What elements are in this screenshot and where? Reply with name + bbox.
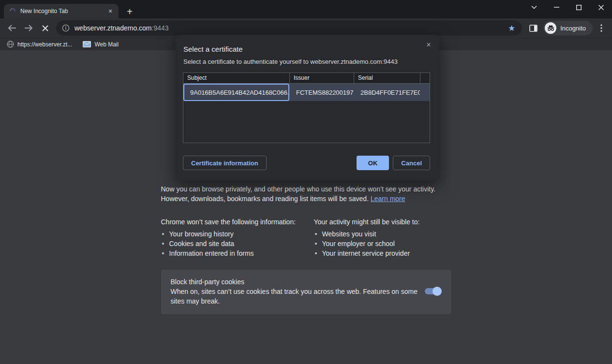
list-item: Websites you visit xyxy=(314,229,451,239)
intro-line2: However, downloads, bookmarks and readin… xyxy=(161,195,369,203)
dialog-footer: Certificate information OK Cancel xyxy=(183,156,430,170)
page-info-icon[interactable] xyxy=(62,24,70,32)
chevron-down-icon xyxy=(531,5,537,9)
column-header-gutter xyxy=(420,73,430,83)
incognito-intro-text: Now you can browse privately, and other … xyxy=(161,184,451,204)
close-icon xyxy=(598,5,604,10)
certificate-row-selected[interactable]: 9A016B5A6E914B42AD4168C066... FCTEMS8822… xyxy=(183,84,430,101)
loading-spinner-icon xyxy=(9,7,17,15)
dialog-title: Select a certificate xyxy=(176,35,439,53)
maximize-icon xyxy=(576,5,582,10)
window-controls xyxy=(523,0,612,15)
window-close-button[interactable] xyxy=(590,0,612,15)
back-arrow-icon xyxy=(8,25,16,31)
select-certificate-dialog: ✕ Select a certificate Select a certific… xyxy=(176,35,439,181)
footer-right-buttons: OK Cancel xyxy=(357,156,430,170)
window-minimize-button[interactable] xyxy=(545,0,567,15)
incognito-icon xyxy=(547,25,554,31)
new-tab-button[interactable]: + xyxy=(123,5,136,18)
incognito-label: Incognito xyxy=(560,25,586,32)
bookmark-item-webserver[interactable]: https://webserver.zt... xyxy=(7,39,72,50)
list-item: Information entered in forms xyxy=(161,248,314,258)
side-panel-button[interactable] xyxy=(525,21,541,35)
tab-title: New Incognito Tab xyxy=(20,8,106,15)
stop-loading-icon xyxy=(42,25,48,31)
column-header-serial[interactable]: Serial xyxy=(354,73,420,83)
mail-envelope-icon xyxy=(83,41,91,47)
bookmark-label: https://webserver.zt... xyxy=(17,41,72,48)
certificate-table: Subject Issuer Serial 9A016B5A6E914B42AD… xyxy=(183,73,430,143)
certificate-information-button[interactable]: Certificate information xyxy=(183,156,267,170)
browser-menu-button[interactable] xyxy=(595,21,608,35)
wont-save-column: Chrome won’t save the following informat… xyxy=(161,217,314,258)
stop-loading-button[interactable] xyxy=(38,21,52,35)
intro-line1: Now you can browse privately, and other … xyxy=(161,185,436,193)
dialog-subtitle: Select a certificate to authenticate you… xyxy=(176,53,439,65)
bookmark-item-webmail[interactable]: Web Mail xyxy=(83,39,119,50)
bookmark-label: Web Mail xyxy=(94,41,119,48)
incognito-info-columns: Chrome won’t save the following informat… xyxy=(161,217,451,258)
tab-close-icon[interactable]: ✕ xyxy=(106,7,115,15)
block-cookies-toggle[interactable] xyxy=(425,288,441,294)
column-heading: Chrome won’t save the following informat… xyxy=(161,217,314,227)
incognito-avatar xyxy=(545,22,556,34)
column-header-subject[interactable]: Subject xyxy=(183,73,289,83)
wont-save-list: Your browsing history Cookies and site d… xyxy=(161,229,314,258)
column-header-issuer[interactable]: Issuer xyxy=(289,73,354,83)
learn-more-link[interactable]: Learn more xyxy=(371,195,405,203)
kebab-menu-icon xyxy=(600,24,602,32)
ok-button[interactable]: OK xyxy=(357,156,389,170)
browser-tab[interactable]: New Incognito Tab ✕ xyxy=(4,4,119,18)
toggle-knob xyxy=(433,287,442,296)
still-visible-list: Websites you visit Your employer or scho… xyxy=(314,229,451,258)
incognito-badge[interactable]: Incognito xyxy=(543,21,593,35)
block-cookies-card: Block third-party cookies When on, sites… xyxy=(161,270,451,314)
side-panel-icon xyxy=(529,25,537,32)
forward-button[interactable] xyxy=(21,21,36,35)
list-item: Your internet service provider xyxy=(314,248,451,258)
cookie-card-title: Block third-party cookies xyxy=(171,277,442,287)
list-item: Your employer or school xyxy=(314,239,451,248)
bookmark-star-filled-icon[interactable]: ★ xyxy=(506,24,517,32)
cell-subject[interactable]: 9A016B5A6E914B42AD4168C066... xyxy=(183,84,289,101)
url-port: :9443 xyxy=(152,24,169,32)
still-visible-column: Your activity might still be visible to:… xyxy=(314,217,451,258)
cookie-card-description: When on, sites can’t use cookies that tr… xyxy=(171,287,418,306)
window-maximize-button[interactable] xyxy=(567,0,590,15)
list-item: Cookies and site data xyxy=(161,239,314,248)
list-item: Your browsing history xyxy=(161,229,314,239)
forward-arrow-icon xyxy=(24,25,33,31)
cell-issuer[interactable]: FCTEMS8822001975 xyxy=(289,84,354,101)
minimize-icon xyxy=(554,7,559,8)
cancel-button[interactable]: Cancel xyxy=(393,156,430,170)
back-button[interactable] xyxy=(5,21,19,35)
cell-serial[interactable]: 2B8D4FF0E71FE7E0... xyxy=(354,84,420,101)
titlebar: New Incognito Tab ✕ + xyxy=(0,0,612,18)
window-chevron-button[interactable] xyxy=(523,0,545,15)
certificate-table-header: Subject Issuer Serial xyxy=(183,73,430,84)
globe-icon xyxy=(7,41,14,48)
url-text[interactable]: webserver.ztnademo.com:9443 xyxy=(75,24,506,32)
column-heading: Your activity might still be visible to: xyxy=(314,217,451,227)
url-host: webserver.ztnademo.com xyxy=(75,24,152,32)
dialog-close-icon[interactable]: ✕ xyxy=(424,40,433,49)
address-bar[interactable]: webserver.ztnademo.com:9443 ★ xyxy=(56,20,522,36)
